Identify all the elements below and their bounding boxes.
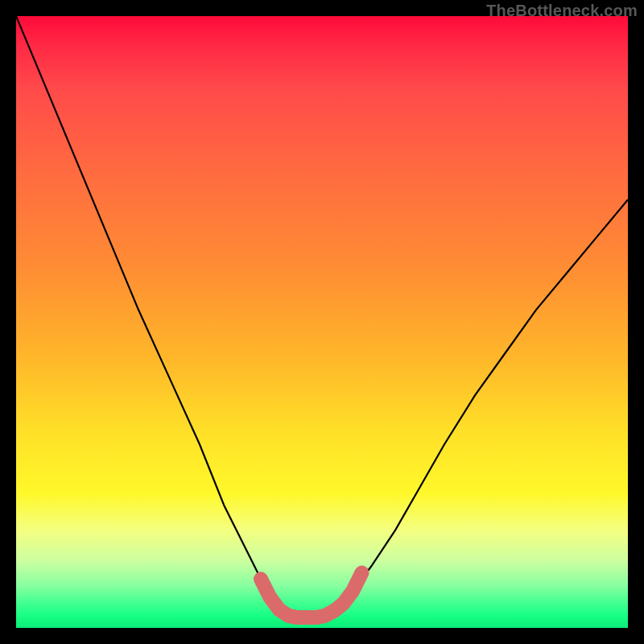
valley-highlight xyxy=(261,573,361,617)
curve-svg xyxy=(16,16,628,628)
plot-area xyxy=(16,16,628,628)
chart-frame: TheBottleneck.com xyxy=(0,0,644,644)
bottleneck-curve xyxy=(16,16,628,619)
